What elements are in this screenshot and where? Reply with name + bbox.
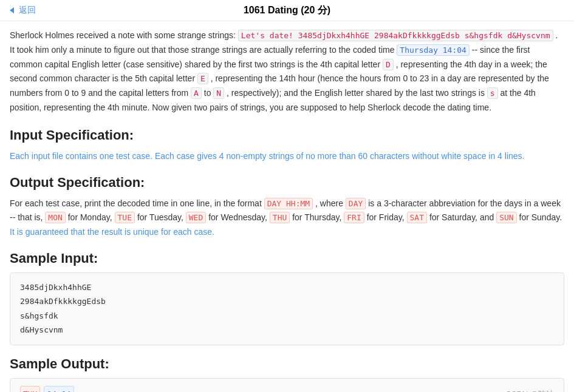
sample-input-box: 3485djDkxh4hhGE 2984akDfkkkkggEdsb s&hgs… — [10, 272, 564, 345]
output-time-code: 14:04 — [44, 386, 73, 392]
content-area: Sherlock Holmes received a note with som… — [0, 21, 574, 392]
fri-code: FRI — [344, 212, 364, 223]
back-label: 返回 — [19, 5, 36, 16]
sample-input-line-1: 3485djDkxh4hhGE — [20, 280, 554, 294]
tue-label: for Tuesday, — [135, 212, 186, 222]
watermark: CSDN @陆沙 — [505, 387, 554, 392]
sat-code: SAT — [407, 212, 427, 223]
thu-code: THU — [270, 212, 290, 223]
sample-input-line-4: d&Hyscvnm — [20, 323, 554, 337]
output-thu-code: THU — [20, 386, 40, 392]
sample-input-line-2: 2984akDfkkkkggEdsb — [20, 294, 554, 308]
output-spec-title: Output Specification: — [10, 175, 564, 191]
example-strings-code: Let's date! 3485djDkxh4hhGE 2984akDfkkkk… — [238, 30, 553, 41]
fri-label: for Friday, — [364, 212, 407, 222]
letter-d-code: D — [383, 59, 394, 70]
desc-text-1: Sherlock Holmes received a note with som… — [10, 30, 238, 40]
sample-output-box: THU 14:04 CSDN @陆沙 — [10, 378, 564, 392]
wed-code: WED — [186, 212, 206, 223]
sample-output-title: Sample Output: — [10, 356, 564, 372]
sample-input-line-3: s&hgsfdk — [20, 309, 554, 323]
sun-label: for Sunday. — [517, 212, 562, 222]
letter-s-code: s — [487, 87, 498, 99]
problem-description: Sherlock Holmes received a note with som… — [10, 29, 564, 115]
sample-input-title: Sample Input: — [10, 251, 564, 266]
mon-code: MON — [45, 212, 65, 223]
thu-label: for Thursday, — [290, 212, 344, 222]
input-spec-title: Input Specification: — [10, 127, 564, 143]
sat-label: for Saturday, and — [427, 212, 496, 222]
output-line: THU 14:04 — [20, 386, 74, 392]
letter-e-code: E — [197, 73, 208, 84]
mon-label: for Monday, — [66, 212, 115, 222]
output-spec-end: It is guaranteed that the result is uniq… — [10, 227, 214, 237]
letter-n-code: N — [213, 87, 224, 99]
output-spec-body: For each test case, print the decoded ti… — [10, 197, 564, 240]
tue-code: TUE — [115, 212, 135, 223]
day-code: DAY — [346, 198, 366, 209]
header: 返回 1061 Dating (20 分) — [0, 0, 574, 21]
page-title: 1061 Dating (20 分) — [244, 4, 330, 17]
wed-label: for Wednesday, — [206, 212, 270, 222]
sun-code: SUN — [496, 212, 516, 223]
output-spec-mid: , where — [313, 198, 346, 208]
back-icon — [10, 7, 14, 13]
format-code: DAY HH:MM — [264, 198, 313, 209]
input-spec-body: Each input file contains one test case. … — [10, 149, 564, 164]
letter-a-code: A — [191, 87, 202, 99]
desc-text-7: , respectively); and the English letter … — [224, 88, 487, 98]
input-spec-text: Each input file contains one test case. … — [10, 151, 524, 161]
back-button[interactable]: 返回 — [10, 5, 36, 16]
desc-text-6: to — [202, 88, 213, 98]
thursday-time-code: Thursday 14:04 — [397, 44, 470, 56]
output-spec-before: For each test case, print the decoded ti… — [10, 198, 264, 208]
